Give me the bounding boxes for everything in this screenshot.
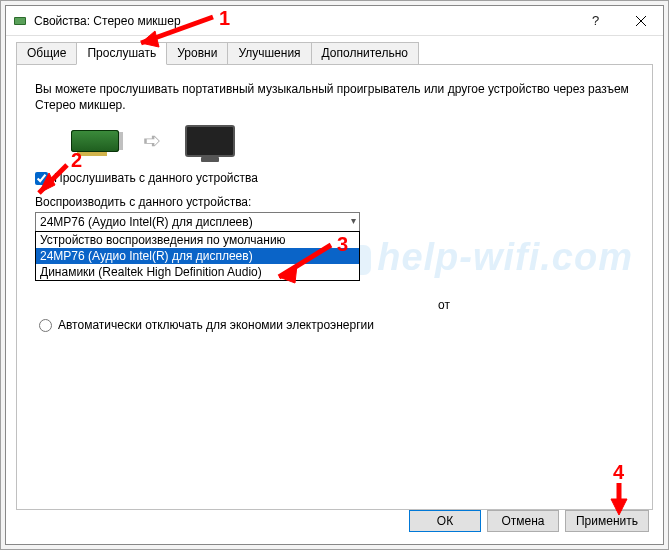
tab-advanced[interactable]: Дополнительно [311, 42, 419, 65]
radio-auto-off[interactable]: Автоматически отключать для экономии эле… [39, 318, 630, 332]
playback-device-selected: 24MP76 (Аудио Intel(R) для дисплеев) [40, 215, 253, 229]
arrow-right-icon: ➪ [143, 128, 161, 154]
power-group: от от Автоматически отключать для эконом… [37, 290, 632, 346]
annotation-1: 1 [219, 7, 230, 30]
radio-auto-off-label: Автоматически отключать для экономии эле… [58, 318, 374, 332]
svg-rect-1 [15, 18, 25, 24]
properties-window: Свойства: Стерео микшер ? Общие Прослуша… [5, 5, 664, 545]
playback-device-option[interactable]: Устройство воспроизведения по умолчанию [36, 232, 359, 248]
playback-device-list[interactable]: Устройство воспроизведения по умолчанию … [35, 231, 360, 281]
playback-device-option[interactable]: Динамики (Realtek High Definition Audio) [36, 264, 359, 280]
cancel-button[interactable]: Отмена [487, 510, 559, 532]
properties-icon [12, 13, 28, 29]
tab-listen[interactable]: Прослушать [76, 42, 167, 65]
listen-checkbox-label: Прослушивать с данного устройства [54, 171, 258, 185]
dialog-buttons: ОК Отмена Применить [409, 510, 649, 532]
playback-device-dropdown[interactable]: 24MP76 (Аудио Intel(R) для дисплеев) [35, 212, 360, 232]
annotation-2: 2 [71, 149, 82, 172]
annotation-4: 4 [613, 461, 624, 484]
tab-levels[interactable]: Уровни [166, 42, 228, 65]
annotation-3: 3 [337, 233, 348, 256]
listen-description: Вы можете прослушивать портативный музык… [35, 81, 634, 113]
window-title: Свойства: Стерео микшер [34, 14, 573, 28]
help-button[interactable]: ? [573, 6, 618, 36]
playback-device-dropdown-wrap: 24MP76 (Аудио Intel(R) для дисплеев) ▾ У… [35, 212, 360, 232]
radio-partial-text: от [39, 298, 630, 312]
tab-enhancements[interactable]: Улучшения [227, 42, 311, 65]
tab-panel-listen: Вы можете прослушивать портативный музык… [16, 65, 653, 510]
ok-button[interactable]: ОК [409, 510, 481, 532]
playback-device-label: Воспроизводить с данного устройства: [35, 195, 634, 209]
tab-strip: Общие Прослушать Уровни Улучшения Дополн… [6, 36, 663, 65]
radio-auto-off-input[interactable] [39, 319, 52, 332]
apply-button[interactable]: Применить [565, 510, 649, 532]
close-button[interactable] [618, 6, 663, 36]
monitor-icon [185, 125, 235, 157]
tab-general[interactable]: Общие [16, 42, 77, 65]
listen-checkbox-row[interactable]: Прослушивать с данного устройства [35, 171, 634, 185]
playback-device-option[interactable]: 24MP76 (Аудио Intel(R) для дисплеев) [36, 248, 359, 264]
screenshot-frame: Свойства: Стерео микшер ? Общие Прослуша… [0, 0, 669, 550]
titlebar: Свойства: Стерео микшер ? [6, 6, 663, 36]
listen-checkbox[interactable] [35, 172, 48, 185]
device-illustration: ➪ [71, 125, 634, 157]
